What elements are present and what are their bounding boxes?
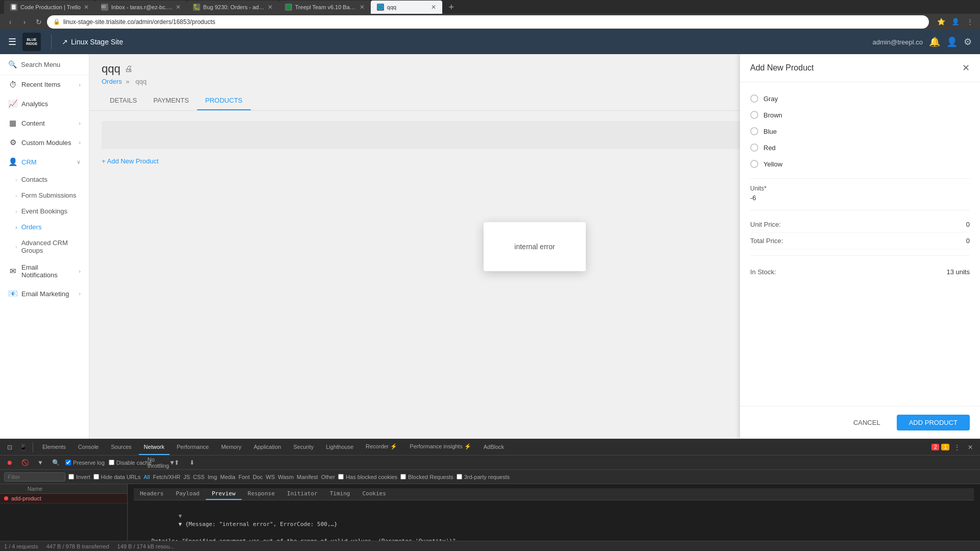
devtools-device-btn[interactable]: 📱 [17,442,29,453]
cancel-button[interactable]: CANCEL [843,415,891,430]
devtools-tab-memory[interactable]: Memory [216,439,247,455]
has-blocked-cookies-label[interactable]: Has blocked cookies [338,474,397,480]
search-menu[interactable]: 🔍 Search Menu [0,54,89,75]
invert-label[interactable]: Invert [68,474,90,480]
color-radio-brown[interactable] [750,111,758,119]
has-blocked-cookies-checkbox[interactable] [338,474,344,480]
color-radio-blue[interactable] [750,127,758,135]
devtools-tab-application[interactable]: Application [249,439,286,455]
sub-tab-payload[interactable]: Payload [170,488,205,500]
import-btn[interactable]: ⬆ [171,457,182,468]
hamburger-menu[interactable]: ☰ [8,36,16,47]
color-option-blue[interactable]: Blue [750,123,970,139]
filter-media[interactable]: Media [220,474,235,480]
throttling-select[interactable]: No throttling ▼ [156,457,167,468]
blocked-requests-label[interactable]: Blocked Requests [400,474,453,480]
tab-close-2[interactable]: ✕ [176,4,181,11]
invert-checkbox[interactable] [68,474,74,480]
filter-css[interactable]: CSS [193,474,205,480]
sub-tab-cookies[interactable]: Cookies [356,488,392,500]
sidebar-sub-advanced-crm[interactable]: › Advanced CRM Groups [0,235,89,258]
site-name-link[interactable]: ↗ Linux Stage Site [62,38,123,46]
filter-img[interactable]: Img [208,474,217,480]
units-value[interactable]: -6 [750,194,970,202]
filter-input[interactable] [4,472,65,482]
sub-tab-initiator[interactable]: Initiator [281,488,324,500]
disable-cache-label[interactable]: Disable cache [109,460,152,466]
third-party-label[interactable]: 3rd-party requests [457,474,510,480]
sidebar-item-crm[interactable]: 👤 CRM ∨ [0,152,89,172]
devtools-tab-console[interactable]: Console [73,439,104,455]
add-new-product-link[interactable]: + Add New Product [102,157,159,165]
devtools-tab-lighthouse[interactable]: Lighthouse [321,439,358,455]
devtools-filter-btn[interactable]: ▼ [35,457,46,468]
hide-data-urls-checkbox[interactable] [93,474,99,480]
print-icon[interactable]: 🖨 [125,64,133,74]
reload-button[interactable]: ↻ [33,16,45,28]
devtools-tab-network[interactable]: Network [139,439,170,455]
filter-doc[interactable]: Doc [253,474,263,480]
browser-tab-1[interactable]: 📋 Code Production | Trello ✕ [4,1,95,14]
filter-manifest[interactable]: Manifest [297,474,318,480]
tab-close-1[interactable]: ✕ [84,4,89,11]
browser-tab-5[interactable]: 🌐 qqq ✕ [371,1,442,14]
devtools-inspect-btn[interactable]: ⊡ [4,442,15,453]
tab-close-5[interactable]: ✕ [431,4,436,11]
browser-tab-3[interactable]: 🐛 Bug 9230: Orders - add product... ✕ [187,1,279,14]
forward-button[interactable]: › [18,16,31,28]
filter-js[interactable]: JS [183,474,190,480]
tab-payments[interactable]: PAYMENTS [145,91,197,110]
blocked-requests-checkbox[interactable] [400,474,406,480]
sidebar-item-content[interactable]: ▦ Content › [0,113,89,133]
sidebar-sub-orders[interactable]: › Orders [0,219,89,235]
devtools-tab-perf-insights[interactable]: Performance insights ⚡ [404,439,476,455]
breadcrumb-orders-link[interactable]: Orders [102,78,122,85]
devtools-tab-performance[interactable]: Performance [172,439,214,455]
sidebar-sub-contacts[interactable]: › Contacts [0,172,89,187]
sidebar-item-recent-items[interactable]: ⏱ Recent Items › [0,75,89,94]
tab-details[interactable]: DETAILS [102,91,145,110]
disable-cache-checkbox[interactable] [109,460,114,465]
bell-icon[interactable]: 🔔 [929,36,940,47]
hide-data-urls-label[interactable]: Hide data URLs [93,474,141,480]
filter-ws[interactable]: WS [266,474,275,480]
tab-products[interactable]: PRODUCTS [197,91,251,110]
devtools-tab-sources[interactable]: Sources [106,439,136,455]
extensions-button[interactable]: ⭐ [935,16,947,28]
devtools-search-btn[interactable]: 🔍 [50,457,61,468]
panel-close-button[interactable]: ✕ [962,62,970,74]
devtools-tab-security[interactable]: Security [288,439,319,455]
sidebar-item-email-notifications[interactable]: ✉ Email Notifications › [0,258,89,284]
export-btn[interactable]: ⬇ [186,457,198,468]
devtools-close-btn[interactable]: ✕ [965,442,976,453]
color-option-red[interactable]: Red [750,139,970,156]
sidebar-item-email-marketing[interactable]: 📧 Email Marketing › [0,284,89,303]
sidebar-item-custom-modules[interactable]: ⚙ Custom Modules › [0,133,89,152]
request-row-add-product[interactable]: add-product [0,494,127,504]
sidebar-item-analytics[interactable]: 📈 Analytics [0,94,89,113]
sub-tab-headers[interactable]: Headers [134,488,170,500]
sub-tab-preview[interactable]: Preview [206,488,242,500]
sidebar-sub-event-bookings[interactable]: › Event Bookings [0,203,89,219]
tab-close-4[interactable]: ✕ [360,4,365,11]
add-product-button[interactable]: ADD PRODUCT [897,415,970,430]
sidebar-sub-form-submissions[interactable]: › Form Submissions [0,187,89,203]
browser-tab-2[interactable]: ✉ Inbox - taras.r@ez-bc.com - EZ-... ✕ [95,1,187,14]
devtools-tab-elements[interactable]: Elements [37,439,71,455]
color-option-brown[interactable]: Brown [750,107,970,123]
devtools-tab-adblock[interactable]: AdBlock [479,439,509,455]
color-option-yellow[interactable]: Yellow [750,156,970,172]
devtools-clear-btn[interactable]: 🚫 [19,457,31,468]
menu-button[interactable]: ⋮ [964,16,976,28]
third-party-checkbox[interactable] [457,474,462,480]
settings-icon[interactable]: ⚙ [964,36,972,47]
browser-tab-4[interactable]: 🌲 Treepl Team v6.10 Backlog - Boa... ✕ [279,1,371,14]
back-button[interactable]: ‹ [4,16,16,28]
color-radio-yellow[interactable] [750,160,758,168]
filter-wasm[interactable]: Wasm [278,474,294,480]
filter-fetch-xhr[interactable]: Fetch/XHR [153,474,180,480]
tab-close-3[interactable]: ✕ [268,4,273,11]
profile-button[interactable]: 👤 [949,16,962,28]
color-radio-gray[interactable] [750,94,758,103]
devtools-record-btn[interactable]: ⏺ [4,457,15,468]
